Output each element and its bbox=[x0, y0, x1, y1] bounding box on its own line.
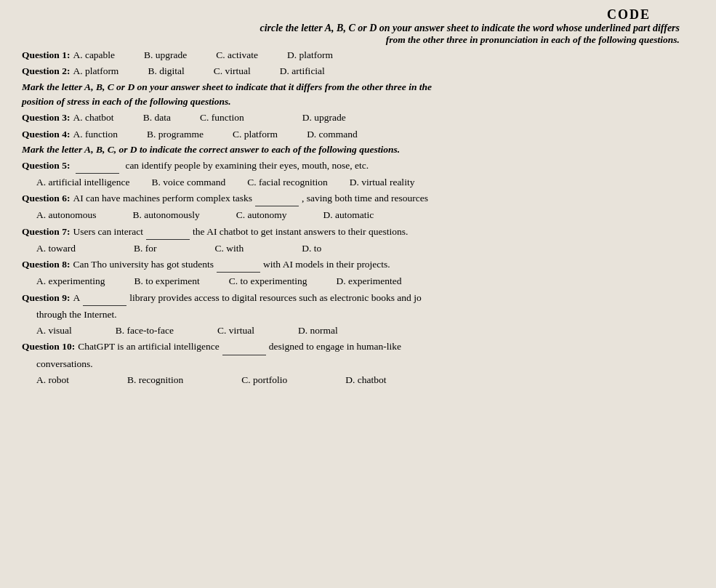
q7-blank bbox=[146, 225, 190, 240]
q9-optD: D. normal bbox=[298, 323, 338, 338]
q8-optC: C. to experimenting bbox=[229, 274, 307, 289]
q7-optB: B. for bbox=[134, 241, 157, 256]
q8-options: A. experimenting B. to experiment C. to … bbox=[36, 274, 694, 289]
q6-stem: AI can have machines perform complex tas… bbox=[73, 191, 252, 206]
q2-optD: D. artificial bbox=[280, 64, 325, 78]
q1-optB: B. upgrade bbox=[144, 48, 187, 63]
question-row-9: Question 9: A library provides access to… bbox=[22, 291, 694, 306]
section1-instruction-2: position of stress in each of the follow… bbox=[22, 95, 694, 109]
q7-stem: Users can interact bbox=[73, 225, 143, 239]
q6-optB: B. autonomously bbox=[133, 208, 200, 222]
top-instruction: circle the letter A, B, C or D on your a… bbox=[260, 23, 680, 34]
q3-optB: B. data bbox=[143, 110, 171, 125]
q5-options: A. artificial intelligence B. voice comm… bbox=[36, 175, 694, 190]
q9-options: A. visual B. face-to-face C. virtual D. … bbox=[36, 323, 694, 338]
q4-optB: B. programme bbox=[147, 127, 204, 142]
q1-optC: C. activate bbox=[216, 48, 258, 63]
q1-optD: D. platform bbox=[287, 48, 333, 63]
question-row-10: Question 10: ChatGPT is an artificial in… bbox=[22, 339, 694, 355]
q2-optB: B. digital bbox=[148, 64, 184, 78]
question-row-2: Question 2: A. platform B. digital C. vi… bbox=[22, 64, 694, 78]
section2-instruction: Mark the letter A, B, C, or D to indicat… bbox=[22, 143, 694, 157]
q6-label: Question 6: bbox=[22, 191, 70, 206]
question-row-7: Question 7: Users can interact the AI ch… bbox=[22, 225, 694, 240]
q8-optA: A. experimenting bbox=[36, 274, 105, 289]
q9-optA: A. visual bbox=[36, 323, 72, 338]
q5-optA: A. artificial intelligence bbox=[36, 175, 130, 190]
q8-stem: Can Tho university has got students bbox=[73, 257, 214, 272]
q10-options: A. robot B. recognition C. portfolio D. … bbox=[36, 373, 694, 387]
q1-optA: A. capable bbox=[73, 48, 115, 63]
q10-optC: C. portfolio bbox=[241, 373, 287, 387]
code-title: CODE bbox=[260, 7, 694, 23]
q9-stem3: through the Internet. bbox=[36, 307, 694, 322]
q2-optA: A. platform bbox=[73, 64, 118, 78]
q9-through: through the Internet. bbox=[36, 307, 117, 322]
question-row-6: Question 6: AI can have machines perform… bbox=[22, 191, 694, 206]
q3-label: Question 3: bbox=[22, 110, 70, 125]
q10-conversations: conversations. bbox=[36, 357, 694, 371]
section1-instruction: Mark the letter A, B, C or D on your ans… bbox=[22, 81, 694, 94]
q6-optC: C. autonomy bbox=[236, 208, 287, 222]
q10-stem: ChatGPT is an artificial intelligence bbox=[78, 339, 220, 354]
q9-blank bbox=[83, 291, 126, 306]
q9-stem2: library provides access to digital resou… bbox=[129, 291, 422, 305]
q4-optC: C. platform bbox=[233, 127, 278, 142]
q9-stem-pre: A bbox=[73, 291, 80, 305]
q6-stem2: , saving both time and resources bbox=[302, 191, 428, 206]
q10-conv-text: conversations. bbox=[36, 357, 93, 371]
q5-blank bbox=[73, 158, 122, 174]
question-row-3: Question 3: A. chatbot B. data C. functi… bbox=[22, 110, 694, 125]
q7-optD: D. to bbox=[302, 241, 321, 256]
q10-label: Question 10: bbox=[22, 339, 75, 354]
q5-label: Question 5: bbox=[22, 158, 70, 173]
q2-label: Question 2: bbox=[22, 64, 70, 78]
q8-blank bbox=[217, 257, 260, 273]
q2-optC: C. virtual bbox=[214, 64, 251, 78]
q4-optA: A. function bbox=[73, 127, 118, 142]
q10-optD: D. chatbot bbox=[345, 373, 386, 387]
q9-optB: B. face-to-face bbox=[116, 323, 174, 338]
q6-optD: D. automatic bbox=[323, 208, 374, 222]
question-row-8: Question 8: Can Tho university has got s… bbox=[22, 257, 694, 273]
q1-label: Question 1: bbox=[22, 48, 70, 63]
q3-optD: D. upgrade bbox=[302, 110, 346, 125]
q5-optD: D. virtual reality bbox=[350, 175, 415, 190]
q3-optA: A. chatbot bbox=[73, 110, 113, 125]
q6-optA: A. autonomous bbox=[36, 208, 97, 222]
q7-optA: A. toward bbox=[36, 241, 76, 256]
q6-options: A. autonomous B. autonomously C. autonom… bbox=[36, 208, 694, 222]
q3-optC: C. function bbox=[200, 110, 244, 125]
q5-stem: can identify people by examining their e… bbox=[125, 158, 369, 173]
q10-optB: B. recognition bbox=[127, 373, 183, 387]
q9-label: Question 9: bbox=[22, 291, 70, 305]
q10-optA: A. robot bbox=[36, 373, 69, 387]
q8-label: Question 8: bbox=[22, 257, 70, 272]
question-row-1: Question 1: A. capable B. upgrade C. act… bbox=[22, 48, 694, 63]
q7-options: A. toward B. for C. with D. to bbox=[36, 241, 694, 256]
q7-label: Question 7: bbox=[22, 225, 70, 239]
question-row-5: Question 5: can identify people by exami… bbox=[22, 158, 694, 174]
top-instruction-2: from the other three in pronunciation in… bbox=[22, 34, 680, 46]
q8-stem2: with AI models in their projects. bbox=[263, 257, 390, 272]
q5-optC: C. facial recognition bbox=[247, 175, 328, 190]
q4-optD: D. command bbox=[307, 127, 358, 142]
q8-optB: B. to experiment bbox=[134, 274, 199, 289]
q7-stem2: the AI chatbot to get instant answers to… bbox=[193, 225, 408, 239]
q10-blank bbox=[222, 339, 266, 355]
q4-label: Question 4: bbox=[22, 127, 70, 142]
question-row-4: Question 4: A. function B. programme C. … bbox=[22, 127, 694, 142]
q7-optC: C. with bbox=[215, 241, 244, 256]
q9-optC: C. virtual bbox=[217, 323, 254, 338]
q10-stem2: designed to engage in human-like bbox=[269, 339, 401, 354]
q6-blank bbox=[255, 191, 299, 206]
q5-optB: B. voice command bbox=[152, 175, 226, 190]
q8-optD: D. experimented bbox=[336, 274, 401, 289]
